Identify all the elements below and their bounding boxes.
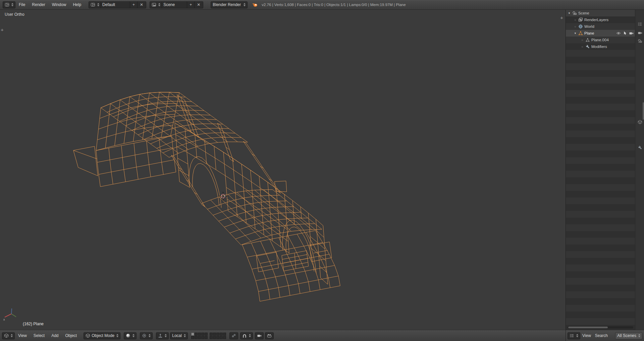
menu-outliner-search[interactable]: Search [593, 333, 610, 338]
orientation-name: Local [172, 333, 182, 338]
modifiers-wrench-icon [585, 44, 590, 49]
updown-arrows-icon [11, 3, 13, 6]
editor-type-button[interactable] [2, 332, 15, 339]
outliner-row-plane[interactable]: ▾ Plane [566, 30, 635, 37]
close-scene-button[interactable]: ✕ [196, 2, 201, 7]
menu-add[interactable]: Add [48, 333, 62, 338]
strip-scene-icon[interactable] [638, 39, 642, 43]
snap-selector[interactable] [240, 332, 253, 339]
renderlayers-icon [578, 17, 583, 22]
right-panel: ▾ Scene ○ RenderLayers ○ World ▾ Plane ○ [566, 10, 644, 330]
disclosure-icon[interactable]: ▾ [574, 32, 577, 35]
outliner-header: View Search All Scenes [566, 330, 644, 341]
viewport-shading-selector[interactable] [124, 332, 137, 339]
menu-view[interactable]: View [15, 333, 30, 338]
car-wireframe-mesh[interactable] [0, 10, 566, 330]
screen-layout-name[interactable]: Default [102, 2, 128, 7]
layer-toggle[interactable] [220, 333, 223, 336]
manipulator-axis-icon [158, 333, 163, 338]
strip-camera-icon[interactable] [638, 31, 642, 35]
mesh-object-icon [578, 31, 583, 36]
editor-type-button[interactable] [568, 332, 580, 339]
add-scene-button[interactable]: + [189, 2, 193, 7]
pivot-center-selector[interactable] [140, 332, 153, 339]
layer-toggle[interactable] [191, 333, 194, 336]
mesh-data-icon [585, 38, 590, 42]
editor-type-button[interactable] [3, 1, 15, 8]
orientation-selector[interactable]: Local [170, 332, 188, 339]
layer-toggle[interactable] [198, 336, 201, 339]
expand-dot-icon[interactable]: ○ [581, 39, 584, 42]
layer-toggle[interactable] [223, 336, 226, 339]
layer-toggle[interactable] [210, 333, 213, 336]
menu-render[interactable]: Render [29, 2, 48, 7]
add-layout-button[interactable]: + [131, 2, 136, 7]
vertical-scrollbar[interactable] [643, 102, 644, 120]
restrict-render-camera-icon[interactable] [629, 31, 634, 36]
opengl-render-anim-button[interactable] [265, 332, 274, 339]
strip-list-icon[interactable] [638, 22, 642, 26]
properties-icon-strip[interactable] [635, 10, 644, 330]
scrollbar-thumb[interactable] [568, 327, 608, 328]
toolbar-expand-icon[interactable]: + [1, 28, 4, 32]
outliner-row-renderlayers[interactable]: ○ RenderLayers [566, 16, 635, 23]
outliner-tree[interactable]: ▾ Scene ○ RenderLayers ○ World ▾ Plane ○ [566, 10, 635, 330]
layer-toggle[interactable] [205, 333, 208, 336]
layer-toggle[interactable] [205, 336, 208, 339]
outliner-horizontal-scrollbar[interactable] [568, 326, 633, 329]
outliner-label: Plane.004 [591, 38, 609, 42]
layer-toggle[interactable] [201, 336, 204, 339]
updown-arrows-icon [158, 3, 160, 6]
expand-dot-icon[interactable]: ○ [574, 25, 577, 28]
menu-object[interactable]: Object [62, 333, 80, 338]
layer-toggle[interactable] [201, 333, 204, 336]
outliner-display-mode[interactable]: All Scenes [615, 332, 642, 339]
layer-toggle[interactable] [195, 336, 198, 339]
strip-wrench-icon[interactable] [638, 145, 642, 150]
menu-select[interactable]: Select [30, 333, 48, 338]
disclosure-icon[interactable]: ▾ [568, 11, 571, 15]
layer-toggle[interactable] [216, 336, 219, 339]
divider [194, 2, 195, 8]
expand-dot-icon[interactable]: ○ [581, 45, 584, 48]
layer-toggle[interactable] [191, 336, 194, 339]
restrict-view-eye-icon[interactable] [616, 31, 621, 36]
restrict-select-cursor-icon[interactable] [623, 31, 627, 36]
manipulator-toggle[interactable] [156, 332, 169, 339]
layer-toggle[interactable] [223, 333, 226, 336]
scene-name[interactable]: Scene [163, 2, 185, 7]
outliner-row-modifiers[interactable]: ○ Modifiers [566, 43, 635, 50]
shading-sphere-icon [126, 333, 130, 338]
close-layout-button[interactable]: ✕ [139, 2, 144, 7]
render-animation-icon [267, 333, 272, 338]
divider [137, 2, 138, 8]
menu-outliner-view[interactable]: View [580, 333, 593, 338]
menu-window[interactable]: Window [49, 2, 70, 7]
outliner-row-scene[interactable]: ▾ Scene [566, 10, 635, 16]
layer-toggle[interactable] [210, 336, 213, 339]
render-engine-selector[interactable]: Blender Render [211, 1, 248, 8]
menu-help[interactable]: Help [69, 2, 85, 7]
scene-browse-icon [152, 2, 156, 7]
outliner-row-world[interactable]: ○ World [566, 23, 635, 30]
layer-toggle[interactable] [198, 333, 201, 336]
layer-toggle[interactable] [216, 333, 219, 336]
opengl-render-button[interactable] [255, 332, 264, 339]
expand-dot-icon[interactable]: ○ [574, 18, 577, 21]
scene-selector[interactable]: Scene + ✕ [150, 1, 203, 8]
cursor-3d [218, 191, 228, 201]
manipulate-centers-toggle[interactable] [229, 332, 238, 339]
layer-toggle[interactable] [220, 336, 223, 339]
view3d-header: View Select Add Object Object Mode Local [0, 330, 566, 341]
viewport-3d[interactable]: User Ortho + + x (162) Plane [0, 10, 566, 330]
screen-layout-selector[interactable]: Default + ✕ [89, 1, 146, 8]
menu-file[interactable]: File [15, 2, 29, 7]
mode-selector[interactable]: Object Mode [84, 332, 120, 339]
layer-toggle[interactable] [213, 333, 216, 336]
layer-toggle[interactable] [213, 336, 216, 339]
outliner-row-plane004[interactable]: ○ Plane.004 [566, 37, 635, 43]
strip-object-icon[interactable] [638, 120, 642, 124]
region-expand-icon[interactable]: + [560, 16, 563, 20]
scene-statistics: v2.76 | Verts:1,608 | Faces:0 | Tris:0 |… [262, 3, 406, 7]
layer-toggle[interactable] [195, 333, 198, 336]
